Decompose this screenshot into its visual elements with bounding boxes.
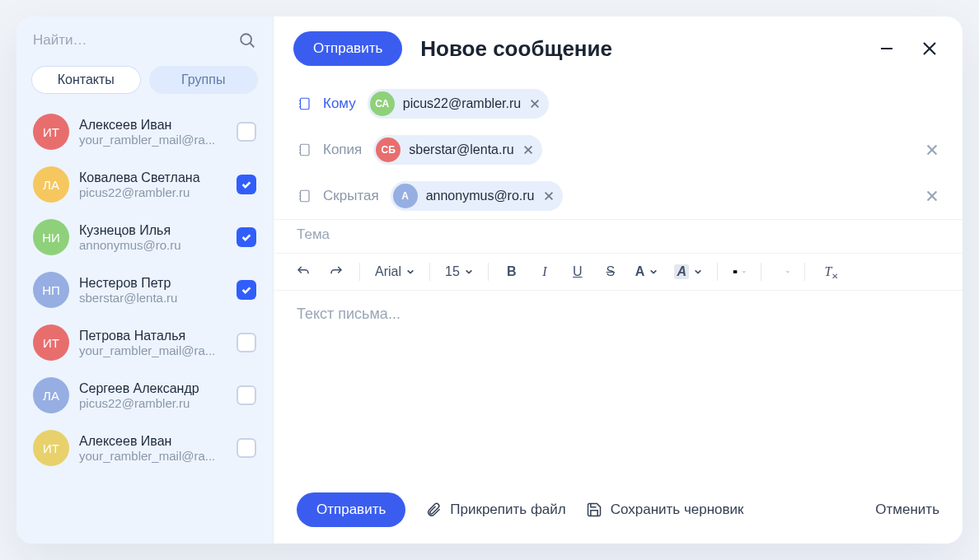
attach-file-button[interactable]: Прикрепить файл	[425, 502, 565, 518]
contact-row[interactable]: ИТАлексеев Иванyour_rambler_mail@ra...	[25, 105, 265, 158]
text-color-button[interactable]: A	[630, 264, 663, 279]
tab-groups[interactable]: Группы	[149, 66, 259, 94]
contact-checkbox[interactable]	[237, 438, 256, 458]
font-family-label: Arial	[375, 264, 401, 279]
avatar: ЛА	[33, 377, 69, 413]
highlight-color-button[interactable]: A	[669, 264, 707, 279]
svg-point-28	[734, 271, 735, 272]
avatar: НИ	[33, 219, 69, 255]
underline-button[interactable]: U	[564, 259, 591, 285]
to-chip: СА picus22@rambler.ru	[368, 89, 549, 119]
address-book-icon[interactable]	[297, 96, 312, 111]
avatar: ИТ	[33, 430, 69, 466]
attach-file-label: Прикрепить файл	[450, 502, 565, 518]
font-family-select[interactable]: Arial	[370, 264, 419, 279]
editor-toolbar: Arial 15 B I U S A A	[274, 253, 963, 291]
chevron-down-icon	[742, 268, 746, 276]
chip-email: picus22@rambler.ru	[403, 96, 521, 111]
contact-info: Алексеев Иванyour_rambler_mail@ra...	[79, 118, 227, 147]
chip-avatar: СА	[370, 91, 395, 116]
search-input[interactable]	[33, 32, 238, 49]
contact-info: Сергеев Александрpicus22@rambler.ru	[79, 381, 227, 410]
chevron-down-icon	[649, 268, 658, 276]
contact-row[interactable]: ЛАКовалева Светланаpicus22@rambler.ru	[25, 158, 265, 211]
contacts-list[interactable]: ИТАлексеев Иванyour_rambler_mail@ra...ЛА…	[16, 105, 273, 544]
align-button[interactable]	[771, 268, 794, 276]
paperclip-icon	[425, 502, 442, 518]
font-size-select[interactable]: 15	[440, 264, 478, 279]
contact-email: annonymus@ro.ru	[79, 238, 223, 252]
svg-rect-11	[301, 144, 310, 156]
search-icon[interactable]	[238, 31, 256, 49]
bold-button[interactable]: B	[499, 259, 525, 285]
contact-name: Кузнецов Илья	[79, 223, 227, 238]
contact-name: Петрова Наталья	[79, 329, 227, 343]
contact-checkbox[interactable]	[237, 280, 256, 300]
row-remove-icon[interactable]	[925, 189, 939, 203]
send-button-footer[interactable]: Отправить	[297, 492, 405, 527]
address-book-icon[interactable]	[297, 189, 312, 203]
chip-remove-icon[interactable]	[522, 144, 534, 156]
send-button-header[interactable]: Отправить	[293, 31, 402, 66]
contact-checkbox[interactable]	[237, 227, 256, 247]
chip-remove-icon[interactable]	[529, 98, 541, 110]
toolbar-separator	[429, 263, 430, 281]
recipient-rows: Кому СА picus22@rambler.ru Копия СБ sber	[274, 81, 963, 219]
bcc-chip: А annonymus@ro.ru	[391, 181, 563, 211]
redo-button[interactable]	[323, 259, 349, 285]
tab-contacts[interactable]: Контакты	[31, 66, 141, 94]
clear-formatting-button[interactable]: T✕	[815, 259, 841, 285]
address-book-icon[interactable]	[297, 142, 312, 157]
svg-point-0	[241, 34, 251, 44]
svg-rect-19	[301, 190, 310, 202]
contact-info: Кузнецов Ильяannonymus@ro.ru	[79, 223, 227, 252]
contact-name: Ковалева Светлана	[79, 170, 227, 185]
contact-name: Нестеров Петр	[79, 276, 227, 291]
chevron-down-icon	[465, 268, 473, 276]
chip-avatar: А	[393, 184, 418, 208]
contact-name: Алексеев Иван	[79, 434, 227, 449]
contact-row[interactable]: НПНестеров Петрsberstar@lenta.ru	[25, 264, 265, 316]
contact-row[interactable]: ЛАСергеев Александрpicus22@rambler.ru	[25, 369, 265, 422]
chip-email: annonymus@ro.ru	[426, 189, 535, 203]
contact-email: your_rambler_mail@ra...	[79, 133, 223, 147]
app-window: Контакты Группы ИТАлексеев Иванyour_ramb…	[16, 16, 963, 544]
contact-info: Ковалева Светланаpicus22@rambler.ru	[79, 170, 227, 199]
row-remove-icon[interactable]	[925, 142, 939, 157]
contact-checkbox[interactable]	[237, 175, 256, 194]
strikethrough-button[interactable]: S	[597, 259, 624, 285]
contact-name: Сергеев Александр	[79, 381, 227, 396]
compose-panel: Отправить Новое сообщение Кому СА	[274, 16, 963, 544]
contacts-sidebar: Контакты Группы ИТАлексеев Иванyour_ramb…	[16, 16, 274, 544]
chip-remove-icon[interactable]	[543, 190, 555, 202]
bcc-row[interactable]: Скрытая А annonymus@ro.ru	[297, 173, 939, 219]
save-draft-button[interactable]: Сохранить черновик	[586, 502, 744, 518]
contact-email: your_rambler_mail@ra...	[79, 343, 223, 357]
contact-checkbox[interactable]	[237, 122, 256, 142]
contact-row[interactable]: НИКузнецов Ильяannonymus@ro.ru	[25, 211, 265, 264]
cancel-button[interactable]: Отменить	[875, 502, 939, 518]
italic-button[interactable]: I	[532, 259, 558, 285]
compose-header: Отправить Новое сообщение	[274, 16, 963, 81]
font-size-label: 15	[445, 264, 460, 279]
window-controls	[877, 39, 939, 58]
avatar: НП	[33, 272, 69, 308]
contact-info: Петрова Натальяyour_rambler_mail@ra...	[79, 329, 227, 357]
compose-title: Новое сообщение	[420, 36, 859, 62]
contact-row[interactable]: ИТПетрова Натальяyour_rambler_mail@ra...	[25, 316, 265, 369]
close-icon[interactable]	[920, 39, 939, 58]
contact-checkbox[interactable]	[237, 385, 256, 405]
toolbar-separator	[359, 263, 360, 281]
undo-button[interactable]	[290, 259, 316, 285]
contact-checkbox[interactable]	[237, 333, 256, 352]
compose-footer: Отправить Прикрепить файл Сохранить черн…	[274, 479, 963, 544]
contact-info: Нестеров Петрsberstar@lenta.ru	[79, 276, 227, 305]
to-row[interactable]: Кому СА picus22@rambler.ru	[297, 81, 939, 127]
insert-image-button[interactable]	[728, 268, 751, 276]
cc-row[interactable]: Копия СБ sberstar@lenta.ru	[297, 127, 939, 173]
contact-row[interactable]: ИТАлексеев Иванyour_rambler_mail@ra...	[25, 422, 265, 474]
message-body[interactable]: Текст письма...	[274, 291, 963, 479]
minimize-icon[interactable]	[877, 39, 897, 58]
chip-avatar: СБ	[376, 138, 400, 162]
subject-input[interactable]	[297, 226, 939, 243]
